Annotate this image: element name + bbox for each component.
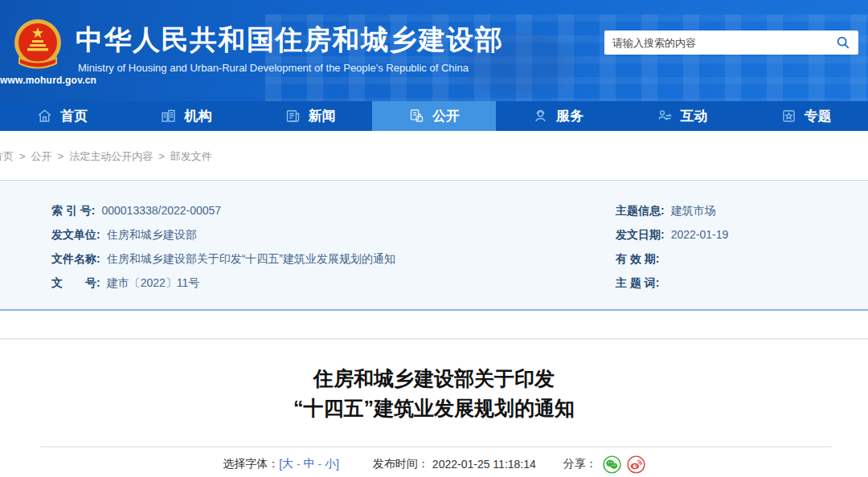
nav-label: 专题 (805, 107, 832, 125)
font-size-large-link[interactable]: 大 (282, 457, 293, 471)
topics-icon (780, 108, 797, 124)
breadcrumb-statutory-content[interactable]: 法定主动公开内容 (69, 150, 153, 162)
meta-label: 文件名称: (51, 252, 100, 265)
home-icon (36, 108, 53, 124)
main-nav: 首页 机构 新闻 (0, 101, 868, 131)
meta-row-index-number: 索 引 号:000013338/2022-00057 (51, 198, 395, 222)
site-header: www.mohurd.gov.cn 中华人民共和国住房和城乡建设部 Minist… (0, 0, 868, 101)
meta-row-validity: 有 效 期: (616, 247, 728, 271)
nav-label: 新闻 (309, 107, 336, 125)
meta-value: 住房和城乡建设部 (107, 228, 197, 241)
meta-value: 建市〔2022〕11号 (107, 276, 200, 289)
breadcrumb-separator: > (19, 150, 26, 162)
meta-label: 主题信息: (616, 204, 665, 217)
nav-label: 机构 (184, 107, 211, 125)
meta-label: 主 题 词: (616, 276, 659, 289)
nav-item-topics[interactable]: 专题 (744, 101, 868, 131)
nav-item-disclosure[interactable]: 公开 (372, 101, 496, 131)
breadcrumb-separator: > (158, 150, 165, 162)
national-emblem-icon (13, 16, 63, 75)
meta-row-document-name: 文件名称:住房和城乡建设部关于印发“十四五”建筑业发展规划的通知 (51, 247, 395, 271)
breadcrumb-separator: > (58, 150, 64, 162)
meta-column-left: 索 引 号:000013338/2022-00057 发文单位:住房和城乡建设部… (51, 198, 395, 295)
publish-time-value: 2022-01-25 11:18:14 (432, 458, 536, 471)
page: www.mohurd.gov.cn 中华人民共和国住房和城乡建设部 Minist… (0, 0, 868, 477)
nav-item-service[interactable]: 服务 (496, 101, 620, 131)
service-icon (532, 108, 549, 124)
meta-value: 000013338/2022-00057 (101, 204, 221, 217)
meta-label: 文 号: (51, 276, 100, 289)
breadcrumb: 首页>公开>法定主动公开内容>部发文件 (0, 149, 212, 164)
meta-row-issuing-unit: 发文单位:住房和城乡建设部 (51, 222, 395, 247)
nav-item-interaction[interactable]: 互动 (620, 101, 743, 131)
nav-item-home[interactable]: 首页 (0, 101, 124, 131)
nav-item-news[interactable]: 新闻 (248, 101, 372, 131)
font-size-small-link[interactable]: 小 (325, 457, 336, 471)
nav-label: 公开 (432, 107, 460, 125)
news-icon (285, 108, 301, 124)
section-divider (0, 338, 868, 340)
nav-label: 互动 (681, 107, 708, 125)
search-box (604, 31, 858, 55)
weibo-icon[interactable] (627, 455, 645, 474)
document-title-line2: “十四五”建筑业发展规划的通知 (293, 397, 575, 419)
search-icon[interactable] (834, 34, 852, 51)
site-subtitle: Ministry of Housing and Urban-Rural Deve… (78, 62, 469, 74)
interaction-icon (657, 108, 674, 124)
nav-item-organization[interactable]: 机构 (124, 101, 248, 131)
meta-label: 索 引 号: (51, 204, 95, 217)
organization-icon (160, 108, 177, 124)
meta-column-right: 主题信息:建筑市场 发文日期:2022-01-19 有 效 期: 主 题 词: (616, 198, 728, 295)
wechat-icon[interactable] (603, 455, 621, 474)
disclosure-icon (408, 108, 425, 124)
meta-value: 建筑市场 (671, 204, 716, 217)
meta-label: 有 效 期: (616, 252, 659, 265)
meta-row-document-number: 文 号:建市〔2022〕11号 (51, 271, 395, 295)
font-select-label: 选择字体： (223, 457, 279, 471)
title-divider (40, 446, 832, 447)
share-label: 分享： (563, 457, 597, 471)
font-dash: - (293, 458, 303, 471)
nav-label: 首页 (60, 107, 88, 125)
meta-row-topic-info: 主题信息:建筑市场 (616, 198, 728, 222)
breadcrumb-home[interactable]: 首页 (0, 150, 14, 162)
publish-time-label: 发布时间： (373, 457, 429, 471)
document-title: 住房和城乡建设部关于印发 “十四五”建筑业发展规划的通知 (0, 364, 868, 423)
document-title-line1: 住房和城乡建设部关于印发 (313, 367, 555, 389)
font-dash: - (315, 458, 325, 471)
document-toolbar: 选择字体： [ 大 - 中 - 小 ] 发布时间： 2022-01-25 11:… (0, 454, 868, 475)
meta-row-keywords: 主 题 词: (616, 271, 728, 295)
document-meta-panel: 索 引 号:000013338/2022-00057 发文单位:住房和城乡建设部… (0, 180, 868, 311)
search-input[interactable] (604, 31, 834, 55)
breadcrumb-disclosure[interactable]: 公开 (31, 150, 52, 162)
site-url: www.mohurd.gov.cn (0, 75, 80, 86)
breadcrumb-ministry-documents[interactable]: 部发文件 (170, 150, 212, 162)
meta-label: 发文日期: (616, 228, 665, 241)
meta-label: 发文单位: (51, 228, 100, 241)
meta-value: 2022-01-19 (671, 228, 729, 241)
font-size-medium-link[interactable]: 中 (304, 457, 315, 471)
font-bracket-close: ] (336, 458, 339, 471)
site-title: 中华人民共和国住房和城乡建设部 (76, 22, 504, 59)
meta-row-issue-date: 发文日期:2022-01-19 (616, 222, 728, 247)
nav-label: 服务 (556, 107, 583, 125)
meta-value: 住房和城乡建设部关于印发“十四五”建筑业发展规划的通知 (107, 252, 395, 265)
